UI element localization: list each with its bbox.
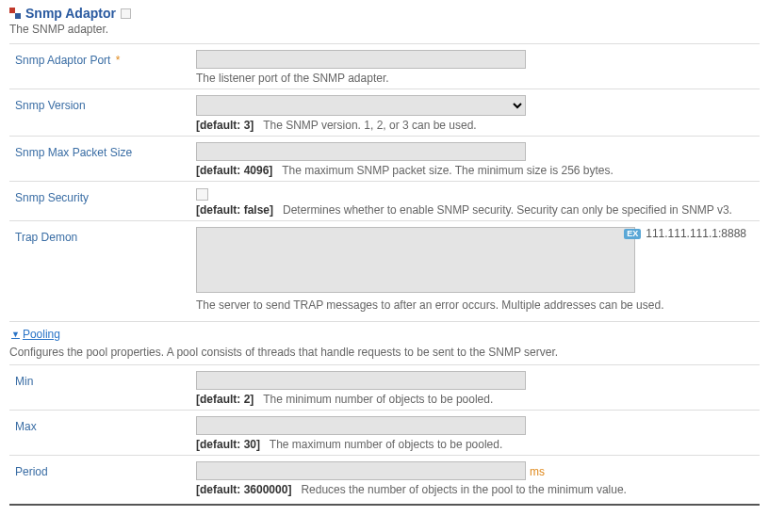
chevron-down-icon: ▼ <box>11 330 20 339</box>
label-trap-demon: Trap Demon <box>9 227 196 244</box>
section-header: Snmp Adaptor <box>9 6 760 21</box>
snmp-port-input[interactable] <box>196 50 526 69</box>
row-snmp-port: Snmp Adaptor Port * The listener port of… <box>9 43 760 89</box>
adaptor-icon <box>9 8 21 19</box>
help-snmp-version: [default: 3] The SNMP version. 1, 2, or … <box>196 119 754 132</box>
example-badge: EX <box>624 229 641 239</box>
pool-max-input[interactable] <box>196 416 526 435</box>
label-snmp-version: Snmp Version <box>9 95 196 112</box>
section-title: Snmp Adaptor <box>25 6 116 21</box>
row-snmp-security: Snmp Security [default: false] Determine… <box>9 181 760 220</box>
snmp-maxpkt-input[interactable] <box>196 142 526 161</box>
pooling-heading: Pooling <box>23 328 60 341</box>
trap-demon-input[interactable] <box>196 227 635 293</box>
row-pool-max: Max [default: 30] The maximum number of … <box>9 410 760 455</box>
svg-rect-0 <box>9 8 15 13</box>
help-pool-period: [default: 3600000] Reduces the number of… <box>196 483 754 496</box>
label-snmp-maxpkt: Snmp Max Packet Size <box>9 142 196 159</box>
svg-rect-1 <box>15 13 21 19</box>
row-pool-period: Period ms [default: 3600000] Reduces the… <box>9 455 760 500</box>
label-pool-max: Max <box>9 416 196 433</box>
trap-example: EX 111.111.111.1:8888 <box>624 227 746 240</box>
section-enable-checkbox[interactable] <box>121 8 131 19</box>
row-pool-min: Min [default: 2] The minimum number of o… <box>9 364 760 410</box>
row-snmp-version: Snmp Version [default: 3] The SNMP versi… <box>9 89 760 136</box>
help-trap-demon: The server to send TRAP messages to afte… <box>196 298 754 312</box>
pooling-toggle[interactable]: ▼ Pooling <box>9 321 760 343</box>
help-snmp-port: The listener port of the SNMP adapter. <box>196 72 754 85</box>
help-pool-min: [default: 2] The minimum number of objec… <box>196 393 754 406</box>
snmp-security-checkbox[interactable] <box>196 188 208 201</box>
snmp-version-select[interactable] <box>196 95 526 116</box>
help-snmp-maxpkt: [default: 4096] The maximum SNMP packet … <box>196 164 754 177</box>
label-pool-min: Min <box>9 371 196 388</box>
bottom-divider <box>9 504 760 506</box>
pooling-description: Configures the pool properties. A pool c… <box>9 346 760 359</box>
row-snmp-maxpkt: Snmp Max Packet Size [default: 4096] The… <box>9 136 760 181</box>
required-icon: * <box>116 54 121 67</box>
label-snmp-port: Snmp Adaptor Port * <box>9 50 196 67</box>
pool-min-input[interactable] <box>196 371 526 390</box>
help-snmp-security: [default: false] Determines whether to e… <box>196 203 754 217</box>
section-subtitle: The SNMP adapter. <box>9 23 760 36</box>
period-unit: ms <box>530 465 545 478</box>
help-pool-max: [default: 30] The maximum number of obje… <box>196 438 754 451</box>
example-text: 111.111.111.1:8888 <box>646 227 746 240</box>
label-snmp-security: Snmp Security <box>9 187 196 204</box>
pool-period-input[interactable] <box>196 461 526 480</box>
row-trap-demon: Trap Demon The server to send TRAP messa… <box>9 220 760 315</box>
label-pool-period: Period <box>9 461 196 478</box>
